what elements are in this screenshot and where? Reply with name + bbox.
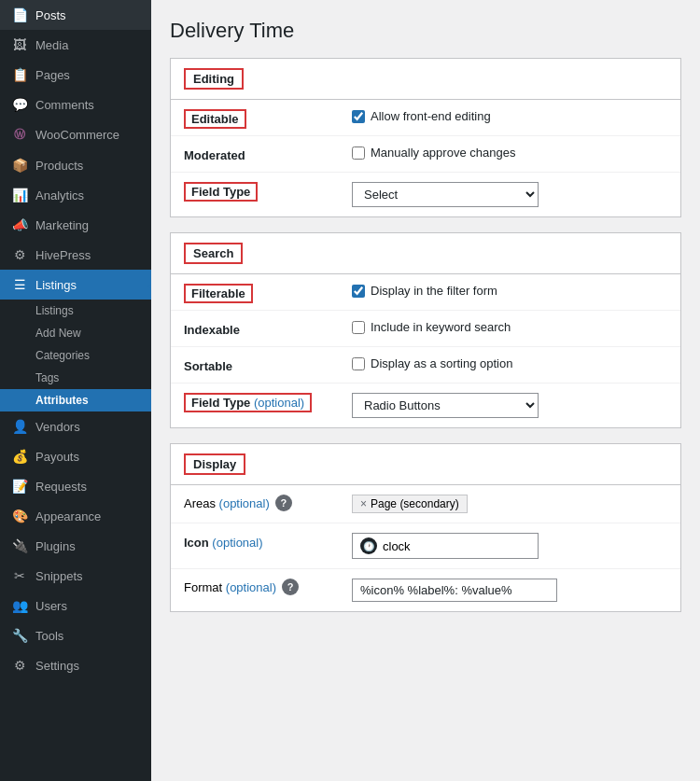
moderated-checkbox[interactable] (352, 146, 365, 160)
appearance-icon: 🎨 (11, 509, 28, 523)
format-input[interactable] (352, 579, 557, 602)
sidebar-item-listings[interactable]: ☰ Listings (0, 270, 151, 300)
editable-checkbox[interactable] (352, 110, 365, 123)
editable-checkbox-label: Allow front-end editing (371, 109, 491, 123)
icon-name-label: clock (383, 539, 411, 553)
format-field-label: Format (optional) (184, 580, 276, 594)
filterable-checkbox-wrap[interactable]: Display in the filter form (352, 284, 497, 298)
marketing-icon: 📣 (11, 217, 28, 232)
filterable-checkbox-label: Display in the filter form (371, 284, 497, 298)
sidebar-item-hivepress[interactable]: ⚙ HivePress (0, 240, 151, 270)
field-type-search-value: Radio Buttons (352, 393, 667, 418)
icon-row: Icon (optional) 🕐 clock (171, 523, 680, 569)
posts-icon: 📄 (11, 7, 28, 22)
sidebar-sub-tags[interactable]: Tags (0, 367, 151, 389)
sidebar-item-media[interactable]: 🖼 Media (0, 30, 151, 60)
indexable-checkbox[interactable] (352, 321, 365, 334)
sidebar-item-label: Listings (35, 278, 77, 292)
moderated-field-value: Manually approve changes (352, 146, 667, 160)
hivepress-icon: ⚙ (11, 247, 28, 262)
areas-tag[interactable]: × Page (secondary) (352, 495, 468, 513)
sidebar-item-label: Media (35, 38, 68, 52)
sidebar: 📄 Posts 🖼 Media 📋 Pages 💬 Comments Ⓦ Woo… (0, 0, 151, 781)
format-help-icon[interactable]: ? (282, 579, 299, 595)
areas-help-icon[interactable]: ? (275, 495, 292, 511)
listings-icon: ☰ (11, 277, 28, 292)
sidebar-item-users[interactable]: 👥 Users (0, 591, 151, 621)
indexable-checkbox-wrap[interactable]: Include in keyword search (352, 320, 511, 334)
sidebar-item-woocommerce[interactable]: Ⓦ WooCommerce (0, 119, 151, 150)
field-type-search-row: Field Type (optional) Radio Buttons (171, 384, 680, 427)
pages-icon: 📋 (11, 67, 28, 82)
display-section: Display Areas (optional) ? × Page (secon… (170, 443, 681, 612)
editable-field-label: Editable (184, 109, 352, 126)
indexable-row: Indexable Include in keyword search (171, 311, 680, 347)
filterable-field-label: Filterable (184, 284, 352, 300)
icon-input-wrap[interactable]: 🕐 clock (352, 533, 539, 559)
sidebar-item-payouts[interactable]: 💰 Payouts (0, 441, 151, 471)
sidebar-item-products[interactable]: 📦 Products (0, 150, 151, 180)
sidebar-item-label: Appearance (35, 509, 101, 523)
field-type-editing-label: Field Type (184, 182, 352, 199)
editable-bordered-label: Editable (184, 109, 246, 129)
moderated-checkbox-label: Manually approve changes (371, 146, 515, 160)
sidebar-item-plugins[interactable]: 🔌 Plugins (0, 531, 151, 561)
sidebar-item-label: Products (35, 159, 83, 173)
sortable-field-label: Sortable (184, 356, 352, 373)
sidebar-item-label: Payouts (35, 450, 79, 464)
moderated-checkbox-wrap[interactable]: Manually approve changes (352, 146, 515, 160)
sidebar-item-marketing[interactable]: 📣 Marketing (0, 210, 151, 240)
sidebar-item-settings[interactable]: ⚙ Settings (0, 650, 151, 680)
sortable-checkbox-wrap[interactable]: Display as a sorting option (352, 356, 512, 370)
sidebar-sub-categories[interactable]: Categories (0, 344, 151, 367)
sidebar-sub-add-new[interactable]: Add New (0, 322, 151, 344)
payouts-icon: 💰 (11, 449, 28, 464)
sidebar-item-posts[interactable]: 📄 Posts (0, 0, 151, 30)
sortable-row: Sortable Display as a sorting option (171, 347, 680, 384)
requests-icon: 📝 (11, 479, 28, 494)
field-type-search-select[interactable]: Radio Buttons (352, 393, 539, 418)
field-type-editing-select[interactable]: Select (352, 182, 539, 207)
sidebar-item-label: Users (35, 599, 67, 613)
sidebar-item-tools[interactable]: 🔧 Tools (0, 621, 151, 650)
sidebar-item-requests[interactable]: 📝 Requests (0, 471, 151, 501)
filterable-checkbox[interactable] (352, 285, 365, 298)
sidebar-sub-attributes[interactable]: Attributes (0, 389, 151, 411)
media-icon: 🖼 (11, 37, 28, 52)
editing-section: Editing Editable Allow front-end editing… (170, 58, 681, 217)
indexable-field-value: Include in keyword search (352, 320, 667, 334)
areas-tag-remove[interactable]: × (360, 497, 367, 510)
sidebar-item-pages[interactable]: 📋 Pages (0, 60, 151, 90)
settings-icon: ⚙ (11, 658, 28, 673)
analytics-icon: 📊 (11, 188, 28, 202)
sidebar-sub-listings[interactable]: Listings (0, 300, 151, 322)
sidebar-item-snippets[interactable]: ✂ Snippets (0, 561, 151, 591)
search-label: Search (184, 243, 243, 264)
editable-row: Editable Allow front-end editing (171, 100, 680, 136)
field-type-search-bordered-label: Field Type (optional) (184, 393, 312, 412)
editable-field-value: Allow front-end editing (352, 109, 667, 123)
sortable-checkbox[interactable] (352, 357, 365, 370)
main-content: Delivery Time Editing Editable Allow fro… (151, 0, 700, 781)
format-field-value (352, 579, 667, 602)
search-section: Search Filterable Display in the filter … (170, 232, 681, 428)
icon-field-label: Icon (optional) (184, 533, 352, 550)
comments-icon: 💬 (11, 97, 28, 112)
filterable-field-value: Display in the filter form (352, 284, 667, 298)
vendors-icon: 👤 (11, 419, 28, 434)
sidebar-item-comments[interactable]: 💬 Comments (0, 90, 151, 119)
moderated-row: Moderated Manually approve changes (171, 136, 680, 173)
display-label: Display (184, 453, 245, 475)
sidebar-item-analytics[interactable]: 📊 Analytics (0, 180, 151, 210)
sidebar-item-label: Vendors (35, 420, 80, 434)
clock-icon: 🕐 (360, 537, 377, 554)
page-title: Delivery Time (170, 19, 681, 43)
sidebar-item-vendors[interactable]: 👤 Vendors (0, 411, 151, 441)
display-section-header: Display (171, 444, 680, 485)
products-icon: 📦 (11, 158, 28, 173)
field-type-editing-row: Field Type Select (171, 173, 680, 216)
sidebar-item-appearance[interactable]: 🎨 Appearance (0, 501, 151, 531)
format-label-wrap: Format (optional) ? (184, 579, 352, 595)
editable-checkbox-wrap[interactable]: Allow front-end editing (352, 109, 491, 123)
field-type-editing-value: Select (352, 182, 667, 207)
